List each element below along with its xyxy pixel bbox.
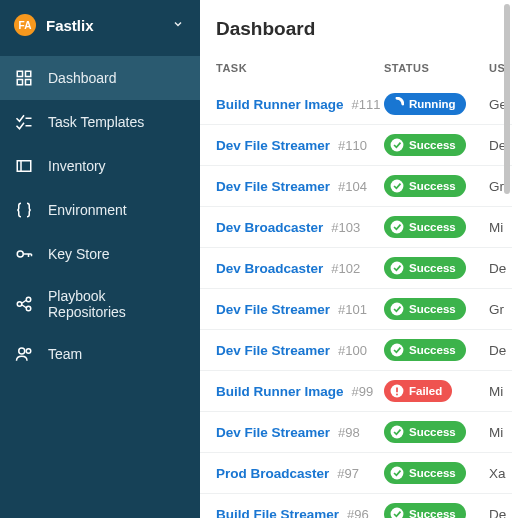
- scrollbar[interactable]: [504, 4, 510, 514]
- status-badge: Success: [384, 216, 466, 238]
- table-row[interactable]: Dev File Streamer#104SuccessGr: [200, 166, 512, 207]
- sidebar-item-inventory[interactable]: Inventory: [0, 144, 200, 188]
- status-label: Success: [409, 344, 456, 356]
- success-icon: [390, 179, 404, 193]
- table-row[interactable]: Dev Broadcaster#103SuccessMi: [200, 207, 512, 248]
- sidebar-item-environment[interactable]: Environment: [0, 188, 200, 232]
- status-label: Success: [409, 426, 456, 438]
- svg-point-20: [391, 180, 404, 193]
- task-link[interactable]: Dev File Streamer: [216, 425, 330, 440]
- status-badge: Success: [384, 503, 466, 518]
- sidebar-item-label: Playbook Repositories: [48, 288, 186, 320]
- status-label: Success: [409, 303, 456, 315]
- success-icon: [390, 261, 404, 275]
- task-id: #103: [331, 220, 360, 235]
- sidebar-item-label: Dashboard: [48, 70, 117, 86]
- svg-line-15: [22, 300, 27, 303]
- svg-point-14: [26, 306, 31, 311]
- table-row[interactable]: Dev File Streamer#100SuccessDe: [200, 330, 512, 371]
- sidebar-item-key-store[interactable]: Key Store: [0, 232, 200, 276]
- table-row[interactable]: Dev File Streamer#98SuccessMi: [200, 412, 512, 453]
- sidebar-item-task-templates[interactable]: Task Templates: [0, 100, 200, 144]
- column-header-task[interactable]: TASK: [216, 62, 384, 74]
- status-label: Success: [409, 139, 456, 151]
- svg-point-28: [391, 426, 404, 439]
- checklist-icon: [14, 112, 34, 132]
- sidebar-item-label: Team: [48, 346, 82, 362]
- share-icon: [14, 294, 34, 314]
- task-link[interactable]: Dev File Streamer: [216, 179, 330, 194]
- status-badge: Success: [384, 339, 466, 361]
- svg-rect-2: [17, 80, 22, 85]
- sidebar-item-label: Inventory: [48, 158, 106, 174]
- svg-point-22: [391, 262, 404, 275]
- table-row[interactable]: Build Runner Image#99FailedMi: [200, 371, 512, 412]
- brand-switcher[interactable]: FA Fastlix: [0, 0, 200, 50]
- svg-point-12: [17, 302, 22, 307]
- task-id: #110: [338, 138, 367, 153]
- running-icon: [390, 97, 404, 111]
- task-id: #111: [352, 97, 381, 112]
- task-table: TASK STATUS US Build Runner Image#111Run…: [200, 62, 512, 518]
- task-link[interactable]: Dev File Streamer: [216, 138, 330, 153]
- table-body: Build Runner Image#111RunningGeDev File …: [200, 84, 512, 518]
- svg-line-16: [22, 305, 27, 308]
- column-header-user[interactable]: US: [489, 62, 505, 74]
- task-link[interactable]: Build Runner Image: [216, 384, 344, 399]
- svg-rect-6: [17, 161, 31, 172]
- svg-rect-0: [17, 71, 22, 76]
- status-badge: Failed: [384, 380, 452, 402]
- task-link[interactable]: Build File Streamer: [216, 507, 339, 519]
- task-id: #97: [337, 466, 359, 481]
- success-icon: [390, 138, 404, 152]
- task-link[interactable]: Dev File Streamer: [216, 343, 330, 358]
- status-label: Success: [409, 262, 456, 274]
- status-badge: Success: [384, 421, 466, 443]
- user-cell: Mi: [489, 384, 503, 399]
- svg-point-18: [26, 349, 31, 354]
- task-id: #96: [347, 507, 369, 519]
- sidebar-item-team[interactable]: Team: [0, 332, 200, 376]
- success-icon: [390, 343, 404, 357]
- status-badge: Success: [384, 134, 466, 156]
- column-header-status[interactable]: STATUS: [384, 62, 489, 74]
- dashboard-icon: [14, 68, 34, 88]
- task-link[interactable]: Dev File Streamer: [216, 302, 330, 317]
- user-cell: Gr: [489, 302, 504, 317]
- user-cell: Gr: [489, 179, 504, 194]
- svg-point-8: [17, 251, 23, 257]
- main-content: Dashboard TASK STATUS US Build Runner Im…: [200, 0, 512, 518]
- user-cell: Mi: [489, 220, 503, 235]
- table-row[interactable]: Prod Broadcaster#97SuccessXa: [200, 453, 512, 494]
- page-title: Dashboard: [200, 0, 512, 62]
- status-label: Success: [409, 467, 456, 479]
- sidebar-item-label: Environment: [48, 202, 127, 218]
- svg-point-27: [396, 394, 398, 396]
- sidebar-item-dashboard[interactable]: Dashboard: [0, 56, 200, 100]
- key-icon: [14, 244, 34, 264]
- task-link[interactable]: Build Runner Image: [216, 97, 344, 112]
- task-link[interactable]: Dev Broadcaster: [216, 220, 323, 235]
- table-row[interactable]: Build File Streamer#96SuccessDe: [200, 494, 512, 518]
- success-icon: [390, 507, 404, 518]
- sidebar-item-playbook-repositories[interactable]: Playbook Repositories: [0, 276, 200, 332]
- brand-logo: FA: [14, 14, 36, 36]
- table-row[interactable]: Build Runner Image#111RunningGe: [200, 84, 512, 125]
- brand-name: Fastlix: [46, 17, 162, 34]
- task-id: #99: [352, 384, 374, 399]
- team-icon: [14, 344, 34, 364]
- table-row[interactable]: Dev Broadcaster#102SuccessDe: [200, 248, 512, 289]
- user-cell: Mi: [489, 425, 503, 440]
- task-link[interactable]: Prod Broadcaster: [216, 466, 329, 481]
- status-badge: Success: [384, 175, 466, 197]
- braces-icon: [14, 200, 34, 220]
- task-id: #100: [338, 343, 367, 358]
- task-link[interactable]: Dev Broadcaster: [216, 261, 323, 276]
- sidebar-item-label: Key Store: [48, 246, 109, 262]
- task-id: #98: [338, 425, 360, 440]
- table-row[interactable]: Dev File Streamer#110SuccessDe: [200, 125, 512, 166]
- svg-rect-3: [26, 80, 31, 85]
- scrollbar-thumb[interactable]: [504, 4, 510, 194]
- table-row[interactable]: Dev File Streamer#101SuccessGr: [200, 289, 512, 330]
- status-badge: Success: [384, 257, 466, 279]
